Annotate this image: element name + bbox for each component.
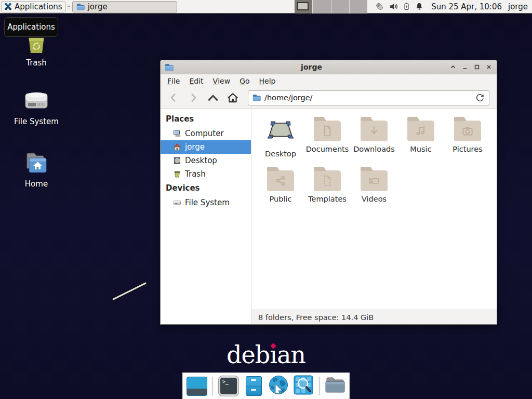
dock-web-browser-button[interactable] bbox=[268, 376, 289, 396]
volume-icon[interactable] bbox=[389, 2, 398, 11]
show-desktop-icon bbox=[187, 377, 207, 396]
minimize-button[interactable] bbox=[461, 63, 469, 71]
desktop-icon-label: File System bbox=[14, 117, 59, 126]
wallpaper-streak bbox=[112, 282, 147, 300]
sidebar-header-places: Places bbox=[161, 112, 251, 127]
shade-button[interactable] bbox=[449, 63, 457, 71]
menu-go[interactable]: Go bbox=[235, 74, 254, 87]
forward-button[interactable] bbox=[184, 90, 202, 105]
dock-terminal-button[interactable]: >_ bbox=[218, 376, 239, 396]
file-item-downloads[interactable]: Downloads bbox=[351, 116, 397, 166]
hard-drive-icon bbox=[173, 198, 181, 207]
file-list-view[interactable]: Desktop Documents bbox=[251, 109, 497, 310]
sidebar-item-computer[interactable]: Computer bbox=[161, 127, 251, 140]
dock-app-finder-button[interactable] bbox=[293, 376, 314, 396]
sidebar-item-jorge[interactable]: jorge bbox=[161, 140, 251, 154]
battery-icon[interactable] bbox=[402, 2, 411, 11]
menu-edit[interactable]: Edit bbox=[184, 74, 208, 87]
file-label: Desktop bbox=[265, 150, 296, 158]
desktop-icon-home[interactable]: Home bbox=[10, 151, 62, 189]
file-item-templates[interactable]: Templates bbox=[304, 166, 351, 216]
file-item-pictures[interactable]: Pictures bbox=[444, 116, 491, 166]
desktop-icon-label: Trash bbox=[26, 58, 47, 68]
applications-button-label: Applications bbox=[15, 2, 62, 11]
reload-button[interactable] bbox=[475, 93, 485, 102]
file-item-music[interactable]: Music bbox=[397, 116, 444, 166]
web-browser-globe-icon bbox=[268, 375, 289, 397]
home-icon bbox=[173, 143, 181, 151]
close-button[interactable] bbox=[485, 63, 493, 71]
window-titlebar[interactable]: jorge bbox=[161, 60, 497, 74]
downloads-folder-icon bbox=[361, 121, 388, 141]
sidebar-item-desktop[interactable]: Desktop bbox=[161, 154, 251, 167]
file-label: Public bbox=[270, 195, 292, 203]
file-label: Templates bbox=[308, 195, 347, 203]
documents-folder-icon bbox=[314, 121, 341, 141]
sidebar-item-label: File System bbox=[185, 198, 230, 207]
debian-logo: debıan bbox=[227, 343, 305, 367]
file-item-documents[interactable]: Documents bbox=[304, 116, 351, 166]
top-panel: Applications jorge bbox=[0, 0, 532, 14]
file-label: Downloads bbox=[353, 145, 395, 153]
desktop-icon bbox=[173, 156, 181, 165]
dock-panel: >_ bbox=[182, 373, 350, 399]
workspace-1[interactable] bbox=[295, 0, 313, 14]
home-button[interactable] bbox=[224, 90, 242, 105]
mouse-tray-icon[interactable] bbox=[375, 2, 385, 12]
status-text: 8 folders, Free space: 14.4 GiB bbox=[258, 313, 374, 322]
sidebar-item-label: Trash bbox=[185, 169, 206, 179]
dock-file-manager-button[interactable] bbox=[325, 376, 345, 396]
music-folder-icon bbox=[407, 121, 434, 141]
file-cabinet-icon bbox=[246, 376, 262, 396]
trash-icon bbox=[173, 170, 181, 178]
file-item-desktop[interactable]: Desktop bbox=[257, 116, 304, 166]
menu-file[interactable]: File bbox=[163, 74, 184, 87]
taskbar-item-jorge[interactable]: jorge bbox=[72, 1, 177, 12]
applications-menu-icon bbox=[4, 2, 12, 11]
terminal-icon: >_ bbox=[219, 376, 238, 396]
workspace-4[interactable] bbox=[350, 0, 367, 14]
applications-button[interactable]: Applications bbox=[1, 1, 66, 12]
file-item-videos[interactable]: Videos bbox=[351, 166, 397, 216]
panel-user-label[interactable]: jorge bbox=[508, 2, 528, 11]
system-tray bbox=[375, 2, 424, 12]
toolbar: /home/jorge/ bbox=[161, 87, 497, 109]
taskbar-item-label: jorge bbox=[88, 2, 108, 11]
app-finder-icon bbox=[294, 375, 313, 397]
maximize-button[interactable] bbox=[473, 63, 481, 71]
hard-drive-icon bbox=[23, 89, 49, 115]
notifications-bell-icon[interactable] bbox=[415, 2, 424, 11]
file-label: Videos bbox=[362, 195, 387, 203]
path-input[interactable]: /home/jorge/ bbox=[264, 94, 475, 102]
dock-show-desktop-button[interactable] bbox=[187, 376, 207, 396]
workspace-2[interactable] bbox=[313, 0, 331, 14]
path-bar[interactable]: /home/jorge/ bbox=[248, 90, 489, 105]
workspace-3[interactable] bbox=[331, 0, 350, 14]
file-label: Documents bbox=[306, 145, 349, 153]
dock-separator bbox=[212, 377, 213, 395]
desktop-icon-file-system[interactable]: File System bbox=[10, 89, 62, 126]
clock[interactable]: Sun 25 Apr, 10:06 bbox=[431, 2, 502, 11]
computer-icon bbox=[173, 129, 181, 138]
sidebar-item-trash[interactable]: Trash bbox=[161, 167, 251, 181]
menu-view[interactable]: View bbox=[208, 74, 235, 87]
status-bar: 8 folders, Free space: 14.4 GiB bbox=[251, 310, 497, 324]
folder-icon bbox=[252, 94, 261, 101]
dock-file-cabinet-button[interactable] bbox=[243, 376, 264, 396]
up-button[interactable] bbox=[204, 90, 222, 105]
menu-bar: File Edit View Go Help bbox=[161, 74, 497, 87]
panel-separator-handle[interactable] bbox=[67, 2, 71, 11]
sidebar-item-label: jorge bbox=[185, 142, 205, 152]
workspace-switcher[interactable] bbox=[295, 0, 367, 14]
window-title: jorge bbox=[174, 63, 449, 71]
file-label: Music bbox=[410, 145, 431, 153]
pictures-folder-icon bbox=[454, 121, 481, 141]
menu-help[interactable]: Help bbox=[255, 74, 281, 87]
sidebar-item-file-system[interactable]: File System bbox=[161, 196, 251, 209]
file-manager-folder-icon bbox=[325, 376, 345, 396]
back-button[interactable] bbox=[165, 90, 182, 105]
sidebar-header-devices: Devices bbox=[161, 181, 251, 196]
file-manager-window: jorge File Edit View Go Help bbox=[160, 60, 497, 325]
desktop-icon-label: Home bbox=[25, 179, 48, 189]
file-item-public[interactable]: Public bbox=[257, 166, 304, 216]
